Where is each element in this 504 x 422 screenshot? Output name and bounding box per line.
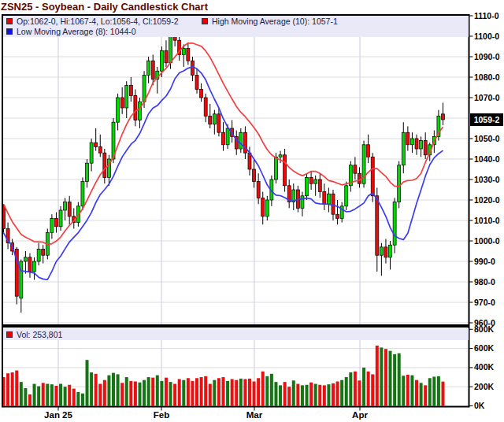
month-axis-label: Apr	[352, 410, 368, 420]
price-axis-label: 1020-0	[474, 195, 500, 205]
price-axis-label: 980-0	[474, 277, 495, 287]
price-axis-label: 1000-0	[474, 236, 500, 246]
price-axis-label: 1090-0	[474, 52, 500, 61]
price-axis-label: 990-0	[474, 257, 495, 266]
volume-swatch-icon	[6, 331, 13, 338]
volume-axis-label: 0K	[474, 401, 484, 410]
price-axis-label: 1080-0	[474, 72, 500, 82]
price-axis-label: 1040-0	[474, 154, 500, 164]
ohlc-legend-label: Op:1062-0, Hi:1067-4, Lo:1056-4, Cl:1059…	[17, 17, 178, 26]
month-axis-label: Jan 25	[44, 410, 72, 420]
price-axis-label: 1010-0	[474, 216, 500, 225]
price-axis-label: 970-0	[474, 298, 495, 307]
volume-axis-label: 200K	[474, 382, 494, 391]
price-axis-label: 1030-0	[474, 175, 500, 184]
month-axis-label: Mar	[246, 410, 262, 420]
candlestick-chart[interactable]	[0, 0, 504, 422]
last-price-tag: 1059-2	[470, 113, 503, 126]
low-ma-swatch-icon	[6, 28, 13, 35]
high-ma-legend-label: High Moving Average (10): 1057-1	[212, 17, 338, 26]
volume-axis-label: 400K	[474, 362, 494, 372]
price-axis-label: 1070-0	[474, 93, 500, 102]
volume-legend-strip: Vol: 253,801	[3, 328, 469, 340]
legend-item-low-ma: Low Moving Average (8): 1044-0	[6, 26, 136, 36]
volume-axis-label: 800K	[474, 324, 494, 334]
volume-legend-label: Vol: 253,801	[17, 330, 62, 339]
price-axis-label: 1050-0	[474, 134, 500, 143]
legend-item-high-ma: High Moving Average (10): 1057-1	[202, 16, 338, 26]
ohlc-swatch-icon	[6, 18, 13, 24]
legend-item-volume: Vol: 253,801	[6, 329, 62, 339]
legend-strip: Op:1062-0, Hi:1067-4, Lo:1056-4, Cl:1059…	[3, 16, 469, 37]
price-axis-label: 1100-0	[474, 31, 499, 41]
chart-window: ZSN25 - Soybean - Daily Candlestick Char…	[0, 0, 504, 422]
high-ma-swatch-icon	[202, 18, 208, 24]
low-ma-legend-label: Low Moving Average (8): 1044-0	[17, 27, 136, 36]
month-axis-label: Feb	[154, 410, 169, 420]
legend-item-ohlc: Op:1062-0, Hi:1067-4, Lo:1056-4, Cl:1059…	[6, 16, 178, 26]
volume-axis-label: 600K	[474, 343, 494, 353]
price-axis-label: 1110-0	[474, 11, 499, 20]
